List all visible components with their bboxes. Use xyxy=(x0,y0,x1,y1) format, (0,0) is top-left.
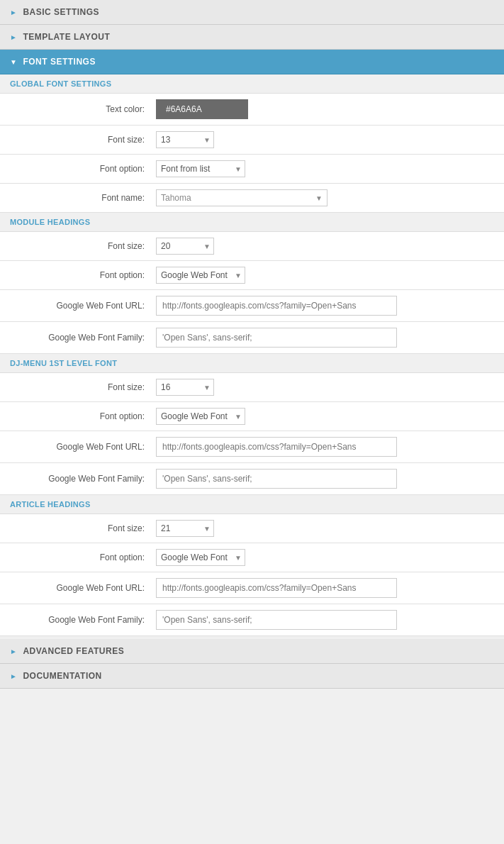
row-font-option-djmenu: Font option: Google Web Font Font from l… xyxy=(0,402,504,431)
select-font-size-module[interactable]: 20 18 22 24 ▼ xyxy=(156,238,214,255)
row-font-size-module: Font size: 20 18 22 24 ▼ xyxy=(0,232,504,261)
control-font-option-article: Google Web Font Font from list ▼ xyxy=(156,549,504,566)
control-font-size-article: 21 18 22 24 ▼ xyxy=(156,520,504,537)
label-font-size-module: Font size: xyxy=(0,241,156,251)
subsection-global-font: GLOBAL FONT SETTINGS xyxy=(0,74,504,94)
arrow-icon-template: ► xyxy=(10,33,17,41)
input-gwf-family-article[interactable] xyxy=(156,610,397,630)
label-font-name-global: Font name: xyxy=(0,193,156,203)
label-font-size-djmenu: Font size: xyxy=(0,382,156,392)
label-font-size-global: Font size: xyxy=(0,135,156,145)
label-font-option-global: Font option: xyxy=(0,164,156,174)
arrow-icon-basic: ► xyxy=(10,9,17,16)
label-gwf-family-article: Google Web Font Family: xyxy=(0,615,156,625)
row-gwf-url-module: Google Web Font URL: xyxy=(0,290,504,322)
row-gwf-url-article: Google Web Font URL: xyxy=(0,572,504,604)
select-font-size-global[interactable]: 13 14 15 16 ▼ xyxy=(156,131,214,148)
section-label-documentation: DOCUMENTATION xyxy=(23,671,101,681)
control-font-name-global: Tahoma Arial Verdana ▼ xyxy=(156,189,504,206)
label-font-option-djmenu: Font option: xyxy=(0,411,156,421)
row-font-name-global: Font name: Tahoma Arial Verdana ▼ xyxy=(0,184,504,213)
label-gwf-url-module: Google Web Font URL: xyxy=(0,301,156,311)
select-font-option-module[interactable]: Google Web Font Font from list ▼ xyxy=(156,267,245,284)
select-font-option-djmenu[interactable]: Google Web Font Font from list ▼ xyxy=(156,408,245,425)
control-font-option-global: Font from list Google Web Font ▼ xyxy=(156,160,504,177)
control-gwf-url-djmenu xyxy=(156,437,504,457)
control-gwf-url-article xyxy=(156,578,504,598)
section-label-font: FONT SETTINGS xyxy=(23,57,96,67)
control-font-size-djmenu: 16 14 18 20 ▼ xyxy=(156,379,504,396)
row-gwf-family-article: Google Web Font Family: xyxy=(0,604,504,636)
label-gwf-family-djmenu: Google Web Font Family: xyxy=(0,474,156,484)
label-gwf-url-djmenu: Google Web Font URL: xyxy=(0,442,156,452)
input-gwf-url-article[interactable] xyxy=(156,578,397,598)
control-gwf-family-djmenu xyxy=(156,469,504,489)
section-documentation[interactable]: ► DOCUMENTATION xyxy=(0,664,504,689)
input-gwf-url-djmenu[interactable] xyxy=(156,437,397,457)
section-template-layout[interactable]: ► TEMPLATE LAYOUT xyxy=(0,25,504,50)
color-swatch[interactable]: #6A6A6A xyxy=(156,99,248,119)
subsection-article-headings: ARTICLE HEADINGS xyxy=(0,495,504,514)
select-font-name-global[interactable]: Tahoma Arial Verdana ▼ xyxy=(156,189,327,206)
label-font-option-article: Font option: xyxy=(0,553,156,562)
label-font-size-article: Font size: xyxy=(0,523,156,533)
section-advanced-features[interactable]: ► ADVANCED FEATURES xyxy=(0,639,504,664)
arrow-icon-documentation: ► xyxy=(10,672,17,680)
row-font-option-global: Font option: Font from list Google Web F… xyxy=(0,155,504,184)
section-label-template: TEMPLATE LAYOUT xyxy=(23,32,110,42)
section-basic-settings[interactable]: ► BASIC SETTINGS xyxy=(0,0,504,25)
section-label-basic: BASIC SETTINGS xyxy=(23,7,99,17)
row-gwf-family-djmenu: Google Web Font Family: xyxy=(0,463,504,495)
section-label-advanced: ADVANCED FEATURES xyxy=(23,646,124,656)
select-font-option-global[interactable]: Font from list Google Web Font ▼ xyxy=(156,160,245,177)
control-gwf-family-module xyxy=(156,328,504,348)
select-font-option-article[interactable]: Google Web Font Font from list ▼ xyxy=(156,549,245,566)
select-font-size-article[interactable]: 21 18 22 24 ▼ xyxy=(156,520,214,537)
subsection-module-headings: MODULE HEADINGS xyxy=(0,213,504,232)
input-gwf-url-module[interactable] xyxy=(156,296,397,316)
select-font-size-djmenu[interactable]: 16 14 18 20 ▼ xyxy=(156,379,214,396)
row-font-size-global: Font size: 13 14 15 16 ▼ xyxy=(0,126,504,155)
input-gwf-family-djmenu[interactable] xyxy=(156,469,397,489)
control-gwf-family-article xyxy=(156,610,504,630)
arrow-icon-advanced: ► xyxy=(10,648,17,655)
subsection-djmenu: DJ-MENU 1ST LEVEL FONT xyxy=(0,354,504,373)
label-gwf-family-module: Google Web Font Family: xyxy=(0,333,156,343)
row-font-option-module: Font option: Google Web Font Font from l… xyxy=(0,261,504,290)
section-font-settings[interactable]: ▼ FONT SETTINGS xyxy=(0,50,504,74)
arrow-icon-font: ▼ xyxy=(10,58,17,66)
row-text-color: Text color: #6A6A6A xyxy=(0,94,504,126)
control-font-option-module: Google Web Font Font from list ▼ xyxy=(156,267,504,284)
row-gwf-url-djmenu: Google Web Font URL: xyxy=(0,431,504,463)
row-gwf-family-module: Google Web Font Family: xyxy=(0,322,504,354)
control-text-color: #6A6A6A xyxy=(156,99,504,119)
control-gwf-url-module xyxy=(156,296,504,316)
row-font-size-article: Font size: 21 18 22 24 ▼ xyxy=(0,514,504,543)
control-font-option-djmenu: Google Web Font Font from list ▼ xyxy=(156,408,504,425)
row-font-option-article: Font option: Google Web Font Font from l… xyxy=(0,543,504,572)
input-gwf-family-module[interactable] xyxy=(156,328,397,348)
row-font-size-djmenu: Font size: 16 14 18 20 ▼ xyxy=(0,373,504,402)
control-font-size-global: 13 14 15 16 ▼ xyxy=(156,131,504,148)
control-font-size-module: 20 18 22 24 ▼ xyxy=(156,238,504,255)
label-gwf-url-article: Google Web Font URL: xyxy=(0,583,156,593)
label-text-color: Text color: xyxy=(0,104,156,114)
label-font-option-module: Font option: xyxy=(0,270,156,280)
